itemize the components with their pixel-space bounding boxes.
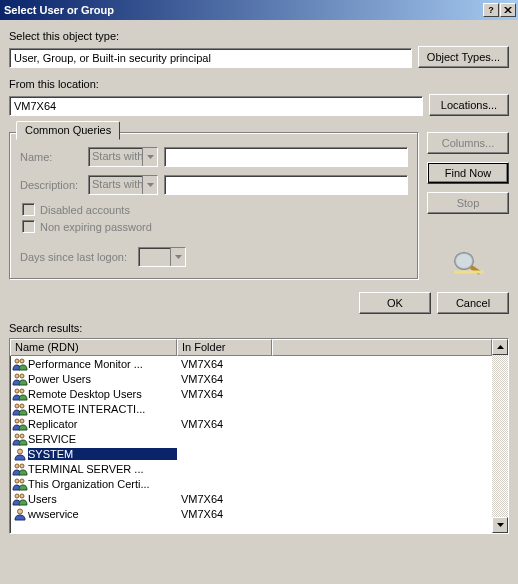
table-row[interactable]: Remote Desktop UsersVM7X64 — [10, 386, 492, 401]
svg-point-20 — [20, 479, 24, 483]
group-icon — [10, 417, 28, 431]
svg-point-21 — [15, 494, 19, 498]
table-row[interactable]: Power UsersVM7X64 — [10, 371, 492, 386]
name-match-combo: Starts with — [88, 147, 158, 167]
svg-point-9 — [20, 389, 24, 393]
svg-point-8 — [15, 389, 19, 393]
ok-button[interactable]: OK — [359, 292, 431, 314]
svg-point-6 — [15, 374, 19, 378]
row-folder: VM7X64 — [177, 508, 272, 520]
group-icon — [10, 387, 28, 401]
group-icon — [10, 372, 28, 386]
common-queries-group: Common Queries Name: Starts with Descrip… — [9, 132, 419, 280]
locations-button[interactable]: Locations... — [429, 94, 509, 116]
column-spacer — [272, 339, 492, 356]
table-row[interactable]: TERMINAL SERVER ... — [10, 461, 492, 476]
svg-point-14 — [15, 434, 19, 438]
stop-button[interactable]: Stop — [427, 192, 509, 214]
group-icon — [10, 462, 28, 476]
group-icon — [10, 432, 28, 446]
row-folder: VM7X64 — [177, 388, 272, 400]
svg-point-13 — [20, 419, 24, 423]
scroll-up-button[interactable] — [492, 339, 508, 355]
scroll-track[interactable] — [492, 355, 508, 517]
row-folder: VM7X64 — [177, 418, 272, 430]
row-name: wwservice — [28, 508, 177, 520]
user-icon — [10, 507, 28, 521]
cancel-button[interactable]: Cancel — [437, 292, 509, 314]
svg-point-12 — [15, 419, 19, 423]
window-title: Select User or Group — [4, 4, 483, 16]
svg-point-5 — [20, 359, 24, 363]
row-name: REMOTE INTERACTI... — [28, 403, 177, 415]
group-icon — [10, 402, 28, 416]
column-folder[interactable]: In Folder — [177, 339, 272, 356]
svg-point-16 — [18, 449, 23, 454]
row-name: TERMINAL SERVER ... — [28, 463, 177, 475]
svg-point-11 — [20, 404, 24, 408]
svg-point-15 — [20, 434, 24, 438]
search-icon — [450, 250, 486, 276]
row-name: This Organization Certi... — [28, 478, 177, 490]
row-name: SYSTEM — [28, 448, 177, 460]
svg-point-10 — [15, 404, 19, 408]
scroll-down-button[interactable] — [492, 517, 508, 533]
name-label: Name: — [20, 151, 82, 163]
non-expiring-checkbox — [22, 220, 35, 233]
object-type-label: Select this object type: — [9, 30, 509, 42]
svg-point-22 — [20, 494, 24, 498]
object-types-button[interactable]: Object Types... — [418, 46, 509, 68]
user-icon — [10, 447, 28, 461]
chevron-down-icon — [497, 523, 504, 527]
svg-point-19 — [15, 479, 19, 483]
non-expiring-label: Non expiring password — [40, 221, 152, 233]
group-icon — [10, 357, 28, 371]
table-row[interactable]: SERVICE — [10, 431, 492, 446]
search-results-label: Search results: — [9, 322, 509, 334]
row-name: Power Users — [28, 373, 177, 385]
row-folder: VM7X64 — [177, 358, 272, 370]
row-name: SERVICE — [28, 433, 177, 445]
svg-point-17 — [15, 464, 19, 468]
description-match-combo: Starts with — [88, 175, 158, 195]
table-row[interactable]: SYSTEM — [10, 446, 492, 461]
name-input — [164, 147, 408, 167]
chevron-down-icon — [142, 176, 157, 194]
chevron-up-icon — [497, 345, 504, 349]
chevron-down-icon — [170, 248, 185, 266]
help-button[interactable]: ? — [483, 3, 499, 17]
row-folder: VM7X64 — [177, 373, 272, 385]
svg-point-4 — [15, 359, 19, 363]
group-icon — [10, 477, 28, 491]
tab-common-queries[interactable]: Common Queries — [16, 121, 120, 140]
svg-point-7 — [20, 374, 24, 378]
location-label: From this location: — [9, 78, 509, 90]
table-row[interactable]: UsersVM7X64 — [10, 491, 492, 506]
close-button[interactable] — [500, 3, 516, 17]
column-name[interactable]: Name (RDN) — [10, 339, 177, 356]
find-now-button[interactable]: Find Now — [427, 162, 509, 184]
location-field[interactable] — [9, 96, 423, 116]
row-name: Users — [28, 493, 177, 505]
table-row[interactable]: ReplicatorVM7X64 — [10, 416, 492, 431]
description-label: Description: — [20, 179, 82, 191]
table-row[interactable]: wwserviceVM7X64 — [10, 506, 492, 521]
days-since-logon-combo — [138, 247, 186, 267]
svg-point-23 — [18, 509, 23, 514]
disabled-accounts-label: Disabled accounts — [40, 204, 130, 216]
table-row[interactable]: Performance Monitor ...VM7X64 — [10, 356, 492, 371]
object-type-field[interactable] — [9, 48, 412, 68]
table-row[interactable]: This Organization Certi... — [10, 476, 492, 491]
row-name: Performance Monitor ... — [28, 358, 177, 370]
results-listview[interactable]: Name (RDN) In Folder Performance Monitor… — [9, 338, 509, 534]
vertical-scrollbar[interactable] — [492, 339, 508, 533]
row-name: Remote Desktop Users — [28, 388, 177, 400]
listview-header: Name (RDN) In Folder — [10, 339, 492, 356]
disabled-accounts-checkbox — [22, 203, 35, 216]
row-folder: VM7X64 — [177, 493, 272, 505]
table-row[interactable]: REMOTE INTERACTI... — [10, 401, 492, 416]
columns-button[interactable]: Columns... — [427, 132, 509, 154]
days-since-logon-label: Days since last logon: — [20, 251, 132, 263]
titlebar: Select User or Group ? — [0, 0, 518, 20]
svg-point-1 — [455, 253, 473, 269]
